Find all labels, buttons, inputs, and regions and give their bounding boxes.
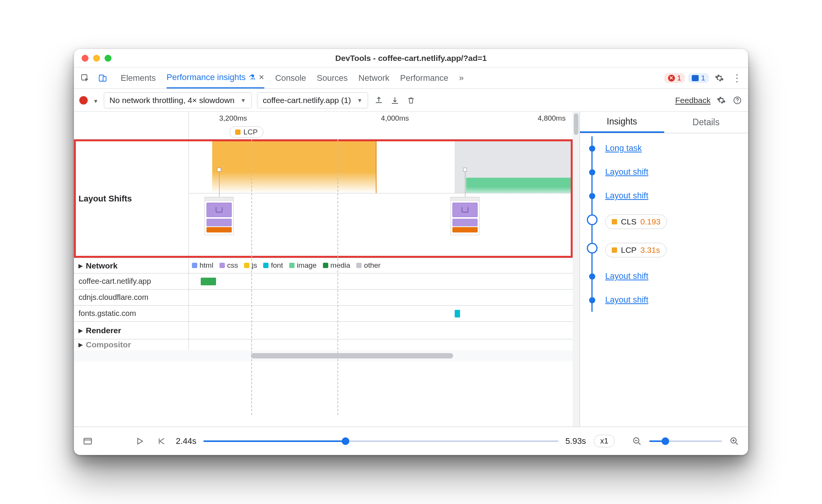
network-request-bar[interactable] [201, 278, 216, 285]
network-row[interactable]: coffee-cart.netlify.app [74, 273, 580, 290]
insight-metric[interactable]: LCP 3.31s [587, 236, 741, 264]
time-ruler[interactable]: LCP 3,200ms4,000ms4,800ms [74, 112, 580, 139]
svg-point-4 [737, 102, 738, 103]
recording-select[interactable]: coffee-cart.netlify.app (1)▼ [257, 92, 368, 108]
sidebar-panel: Insights Details Long taskLayout shiftLa… [580, 112, 748, 427]
error-count-badge[interactable]: ✕ 1 [664, 73, 685, 83]
layout-shifts-label: Layout Shifts [74, 139, 189, 258]
rewind-icon[interactable] [154, 434, 168, 448]
message-count-badge[interactable]: 1 [688, 73, 709, 83]
insight-link[interactable]: Layout shift [605, 271, 648, 281]
metric-pill[interactable]: LCP 3.31s [605, 243, 666, 257]
lcp-marker-pill[interactable]: LCP [229, 126, 264, 138]
compositor-track[interactable]: ▶ Compositor [74, 339, 580, 350]
recording-toolbar: ▼ No network throttling, 4× slowdown▼ co… [74, 89, 748, 112]
close-tab-icon[interactable]: ✕ [259, 73, 264, 82]
range-start: 2.44s [176, 436, 196, 446]
network-request-bar[interactable] [455, 310, 460, 317]
network-legend: html css js font image media other [189, 261, 580, 270]
tab-performance[interactable]: Performance [400, 67, 449, 88]
metric-swatch [612, 247, 617, 253]
layout-shift-thumbnail[interactable] [205, 197, 234, 235]
time-slider[interactable] [203, 437, 558, 446]
lcp-color-swatch [235, 129, 241, 135]
tab-console[interactable]: Console [275, 67, 306, 88]
tab-performance-insights[interactable]: Performance insights ⚗ ✕ [167, 67, 265, 88]
network-host-label: fonts.gstatic.com [74, 306, 189, 321]
flask-icon: ⚗ [249, 73, 255, 82]
tab-network[interactable]: Network [359, 67, 390, 88]
metric-name: CLS [621, 217, 637, 226]
feedback-link[interactable]: Feedback [675, 96, 711, 105]
tab-elements[interactable]: Elements [121, 67, 156, 88]
guide-line [337, 139, 338, 415]
zoom-slider[interactable] [649, 437, 722, 446]
timeline-panel: LCP 3,200ms4,000ms4,800ms Layout Shifts … [74, 112, 580, 427]
network-host-label: cdnjs.cloudflare.com [74, 290, 189, 305]
network-track-header[interactable]: ▶ Network html css js font image media o… [74, 258, 580, 273]
guide-line [251, 139, 252, 415]
disclosure-triangle-icon[interactable]: ▶ [79, 263, 83, 269]
toggle-overview-icon[interactable] [81, 434, 95, 448]
more-options-icon[interactable]: ⋮ [730, 71, 744, 85]
playback-speed-pill[interactable]: x1 [594, 435, 615, 447]
insight-link-row[interactable]: Layout shift [587, 184, 741, 208]
svg-rect-5 [84, 438, 92, 444]
image-block[interactable] [466, 178, 571, 193]
metric-swatch [612, 219, 617, 224]
insights-list[interactable]: Long taskLayout shiftLayout shift CLS 0.… [580, 133, 748, 427]
time-range: 2.44s 5.93s [176, 436, 586, 446]
tab-insights[interactable]: Insights [580, 112, 664, 133]
insight-link-row[interactable]: Long task [587, 136, 741, 160]
zoom-in-icon[interactable] [727, 434, 741, 448]
insight-link-row[interactable]: Layout shift [587, 288, 741, 312]
delete-icon[interactable] [406, 95, 416, 106]
error-icon: ✕ [668, 75, 675, 82]
export-icon[interactable] [373, 95, 384, 106]
network-row[interactable]: cdnjs.cloudflare.com [74, 290, 580, 306]
horizontal-scrollbar[interactable] [74, 350, 580, 362]
zoom-out-icon[interactable] [630, 434, 644, 448]
insight-metric[interactable]: CLS 0.193 [587, 208, 741, 236]
disclosure-triangle-icon[interactable]: ▶ [79, 342, 83, 348]
record-button[interactable] [79, 96, 88, 105]
more-tabs-icon[interactable]: » [459, 73, 463, 83]
panel-tabs: Elements Performance insights ⚗ ✕ Consol… [121, 67, 464, 88]
time-tick: 4,800ms [538, 114, 566, 123]
insight-link[interactable]: Layout shift [605, 295, 648, 304]
settings-icon[interactable] [712, 71, 727, 85]
insight-link-row[interactable]: Layout shift [587, 160, 741, 184]
time-tick: 3,200ms [219, 114, 247, 123]
throttling-select[interactable]: No network throttling, 4× slowdown▼ [104, 92, 252, 108]
layout-shift-thumbnail[interactable] [450, 197, 480, 235]
insight-link[interactable]: Layout shift [605, 191, 648, 200]
metric-pill[interactable]: CLS 0.193 [605, 214, 667, 229]
renderer-track[interactable]: ▶ Renderer [74, 322, 580, 339]
sidebar-tabs: Insights Details [580, 112, 748, 133]
insight-link[interactable]: Layout shift [605, 167, 648, 177]
network-row[interactable]: fonts.gstatic.com [74, 306, 580, 322]
vertical-scrollbar[interactable] [573, 112, 580, 427]
devtools-window: DevTools - coffee-cart.netlify.app/?ad=1… [74, 49, 748, 455]
insight-link[interactable]: Long task [605, 143, 642, 153]
disclosure-triangle-icon[interactable]: ▶ [79, 327, 83, 334]
tab-sources[interactable]: Sources [317, 67, 348, 88]
message-icon [692, 75, 699, 81]
svg-rect-2 [103, 77, 106, 81]
record-options-dropdown[interactable]: ▼ [93, 96, 98, 105]
metric-value: 3.31s [640, 245, 660, 255]
lcp-block[interactable] [212, 139, 376, 193]
time-tick: 4,000ms [381, 114, 409, 123]
import-icon[interactable] [390, 95, 400, 106]
layout-shifts-track[interactable]: Layout Shifts [74, 139, 580, 258]
inspect-element-icon[interactable] [78, 71, 92, 85]
network-host-label: coffee-cart.netlify.app [74, 273, 189, 289]
insight-link-row[interactable]: Layout shift [587, 264, 741, 288]
tab-details[interactable]: Details [664, 112, 748, 133]
play-icon[interactable] [133, 434, 147, 448]
help-icon[interactable] [732, 95, 743, 106]
panel-settings-icon[interactable] [716, 95, 727, 106]
window-title: DevTools - coffee-cart.netlify.app/?ad=1 [74, 54, 748, 63]
zoom-controls [630, 434, 741, 448]
device-toolbar-icon[interactable] [95, 71, 110, 85]
